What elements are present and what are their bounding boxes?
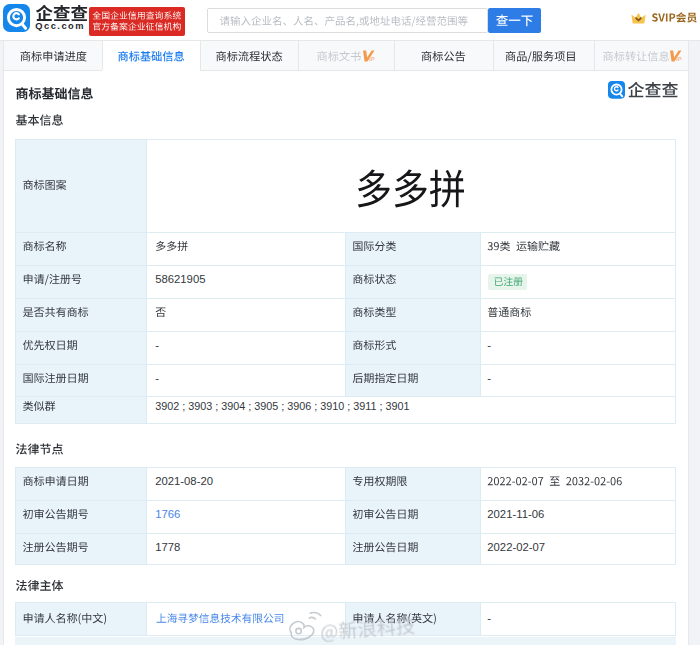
svg-text:-: - xyxy=(155,372,159,384)
svg-text:Qcc.com: Qcc.com xyxy=(35,21,85,31)
svg-text:1778: 1778 xyxy=(155,541,180,553)
svg-text:2021-11-06: 2021-11-06 xyxy=(487,508,544,520)
svg-text:-: - xyxy=(487,612,491,624)
svg-text:-: - xyxy=(155,339,159,351)
svg-text:2021-08-20: 2021-08-20 xyxy=(155,475,213,487)
svg-text:-: - xyxy=(487,372,491,384)
svg-text:58621905: 58621905 xyxy=(155,273,205,285)
svg-text:1766: 1766 xyxy=(155,508,180,520)
svg-text:3902 ; 3903 ; 3904 ; 3905 ; 39: 3902 ; 3903 ; 3904 ; 3905 ; 3906 ; 3910 … xyxy=(155,400,409,412)
svg-text:-: - xyxy=(487,339,491,351)
svg-text:2022-02-07: 2022-02-07 xyxy=(487,541,545,553)
